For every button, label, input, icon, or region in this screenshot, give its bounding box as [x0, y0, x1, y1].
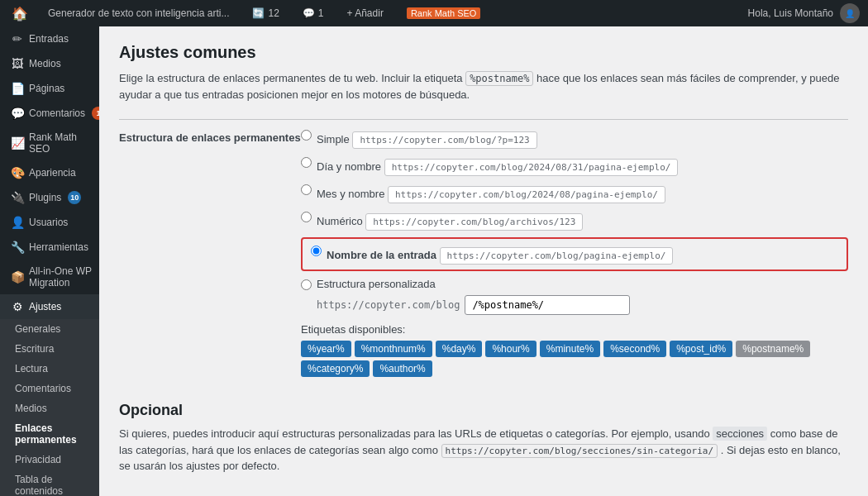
tags-label: Etiquetas disponibles: [301, 323, 848, 336]
tag-year[interactable]: %year% [301, 341, 351, 357]
allinone-icon: 📦 [11, 270, 24, 284]
sidebar-item-usuarios[interactable]: 👤 Usuarios [0, 210, 99, 235]
custom-base-url: https://copyter.com/blog [317, 299, 460, 311]
option-nombre-entrada-selected: Nombre de la entrada https://copyter.com… [301, 237, 848, 271]
sidebar-item-herramientas[interactable]: 🔧 Herramientas [0, 235, 99, 260]
radio-mes-nombre[interactable] [301, 184, 312, 195]
sidebar-item-ajustes[interactable]: ⚙ Ajustes [0, 294, 99, 319]
tag-author[interactable]: %author% [373, 360, 432, 377]
wp-logo[interactable]: 🏠 [8, 0, 31, 26]
usuarios-icon: 👤 [11, 216, 24, 229]
submenu-comentarios[interactable]: Comentarios [0, 379, 99, 398]
label-personalizada[interactable]: Estructura personalizada [317, 278, 436, 290]
option-personalizada: Estructura personalizada https://copyter… [301, 278, 848, 315]
sidebar-item-label: Páginas [29, 83, 64, 94]
secciones-highlight: secciones [713, 427, 767, 441]
tags-list: %year% %monthnum% %day% %hour% %minute% … [301, 341, 848, 377]
submenu-enlaces[interactable]: Enlaces permanentes [0, 418, 99, 450]
sidebar-item-apariencia[interactable]: 🎨 Apariencia [0, 160, 99, 185]
tag-postname[interactable]: %postname% [736, 341, 810, 357]
medios-icon: 🖼 [11, 57, 24, 70]
updates-icon: 🔄 [252, 7, 265, 19]
sidebar-item-label: Apariencia [29, 167, 76, 179]
tag-second[interactable]: %second% [603, 341, 666, 357]
settings-label: Estructura de enlaces permanentes [119, 128, 301, 144]
sidebar-item-label: Plugins [29, 192, 61, 203]
tag-hour[interactable]: %hour% [485, 341, 536, 357]
postname-code: %postname% [465, 71, 533, 86]
site-title-text: Generador de texto con inteligencia arti… [48, 7, 229, 19]
submenu-generales[interactable]: Generales [0, 319, 99, 339]
option-simple: Simple https://copyter.com/blog/?p=123 [301, 128, 848, 149]
tag-monthnum[interactable]: %monthnum% [355, 341, 432, 357]
plugins-icon: 🔌 [11, 191, 24, 204]
entradas-icon: ✏ [11, 32, 24, 45]
rankmath-badge: Rank Math SEO [407, 7, 480, 19]
sidebar-item-label: Medios [29, 58, 61, 69]
sidebar-item-allinone[interactable]: 📦 All-in-One WP Migration [0, 260, 99, 294]
example-url-code: https://copyter.com/blog/secciones/sin-c… [441, 444, 718, 458]
tags-section: Etiquetas disponibles: %year% %monthnum%… [301, 323, 848, 377]
comments-item[interactable]: 💬 1 [296, 0, 331, 26]
page-description: Elige la estructura de enlaces permanent… [119, 70, 848, 103]
radio-numerico[interactable] [301, 212, 312, 222]
wp-main: ✏ Entradas 🖼 Medios 📄 Páginas 💬 Comentar… [0, 26, 868, 496]
comments-icon: 💬 [303, 7, 315, 19]
url-dia-nombre: https://copyter.com/blog/2024/08/31/pagi… [384, 159, 679, 176]
sidebar-item-rankmath[interactable]: 📈 Rank Math SEO [0, 126, 99, 160]
permalink-settings-row: Estructura de enlaces permanentes Simple… [119, 119, 848, 385]
comentarios-icon: 💬 [11, 107, 24, 120]
tag-minute[interactable]: %minute% [540, 341, 600, 357]
label-dia-nombre[interactable]: Día y nombre [317, 160, 381, 173]
greeting-text: Hola, Luis Montaño [748, 7, 833, 19]
label-simple[interactable]: Simple [317, 133, 350, 145]
admin-bar-left: 🏠 Generador de texto con inteligencia ar… [8, 0, 738, 26]
sidebar-item-label: Ajustes [29, 301, 61, 312]
plugins-badge: 10 [68, 191, 81, 204]
content-area: Ajustes comunes Elige la estructura de e… [99, 26, 868, 496]
custom-input[interactable] [465, 295, 630, 315]
comentarios-badge: 1 [92, 107, 99, 120]
radio-nombre-entrada[interactable] [311, 246, 322, 256]
sidebar-item-label: Usuarios [29, 217, 68, 228]
url-mes-nombre: https://copyter.com/blog/2024/08/pagina-… [388, 186, 665, 203]
updates-item[interactable]: 🔄 12 [246, 0, 285, 26]
sidebar-item-medios[interactable]: 🖼 Medios [0, 51, 99, 76]
settings-content: Simple https://copyter.com/blog/?p=123 D… [301, 128, 848, 377]
tag-day[interactable]: %day% [436, 341, 483, 357]
herramientas-icon: 🔧 [11, 241, 24, 254]
rankmath-icon: 📈 [11, 136, 24, 150]
submenu-medios[interactable]: Medios [0, 398, 99, 418]
sidebar-item-entradas[interactable]: ✏ Entradas [0, 26, 99, 51]
paginas-icon: 📄 [11, 82, 24, 95]
option-nombre-entrada: Nombre de la entrada https://copyter.com… [311, 244, 838, 265]
radio-personalizada[interactable] [301, 279, 312, 290]
radio-dia-nombre[interactable] [301, 157, 312, 168]
submenu-lectura[interactable]: Lectura [0, 359, 99, 379]
optional-description: Si quieres, puedes introducir aquí estru… [119, 426, 848, 475]
sidebar-item-plugins[interactable]: 🔌 Plugins 10 [0, 185, 99, 210]
option-mes-nombre: Mes y nombre https://copyter.com/blog/20… [301, 183, 848, 203]
label-mes-nombre[interactable]: Mes y nombre [317, 188, 384, 200]
rankmath-item[interactable]: Rank Math SEO [400, 0, 487, 26]
radio-simple[interactable] [301, 130, 312, 141]
tag-category[interactable]: %category% [301, 360, 370, 377]
option-numerico: Numérico https://copyter.com/blog/archiv… [301, 210, 848, 231]
submenu-tabla[interactable]: Tabla de contenidos [0, 470, 99, 496]
sidebar-item-label: Entradas [29, 33, 69, 45]
tag-post-id[interactable]: %post_id% [670, 341, 732, 357]
admin-bar: 🏠 Generador de texto con inteligencia ar… [0, 0, 868, 26]
add-new-item[interactable]: + Añadir [341, 0, 390, 26]
sidebar-item-paginas[interactable]: 📄 Páginas [0, 76, 99, 101]
sidebar-item-label: All-in-One WP Migration [29, 265, 93, 289]
page-title: Ajustes comunes [119, 43, 848, 62]
site-title[interactable]: Generador de texto con inteligencia arti… [41, 0, 236, 26]
custom-structure: https://copyter.com/blog [317, 295, 630, 315]
submenu-privacidad[interactable]: Privacidad [0, 450, 99, 470]
sidebar-item-comentarios[interactable]: 💬 Comentarios 1 [0, 101, 99, 126]
option-dia-nombre: Día y nombre https://copyter.com/blog/20… [301, 155, 848, 176]
label-numerico[interactable]: Numérico [317, 215, 363, 227]
submenu-escritura[interactable]: Escritura [0, 339, 99, 359]
comments-count: 1 [318, 7, 324, 19]
label-nombre-entrada[interactable]: Nombre de la entrada [327, 249, 436, 261]
